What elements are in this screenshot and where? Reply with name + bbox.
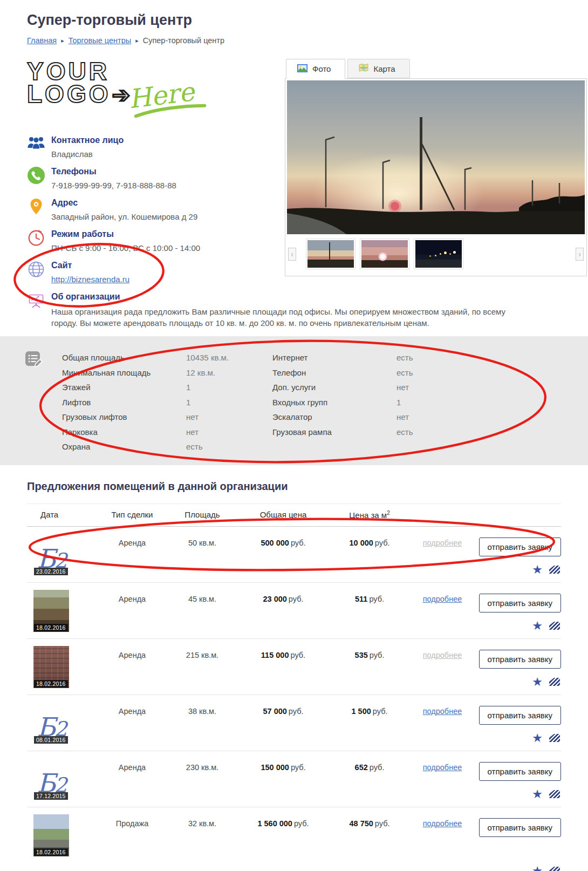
company-logo-thumb[interactable]: Б2 23.02.2016 <box>33 534 69 576</box>
offer-area: 215 кв.м. <box>167 650 237 688</box>
details-link[interactable]: подробнее <box>410 650 475 659</box>
prev-arrow-button[interactable]: ‹ <box>288 248 296 261</box>
offers-table-header: Дата Тип сделки Площадь Общая цена Цена … <box>27 503 561 527</box>
tab-label: Фото <box>312 64 331 73</box>
breadcrumb-link[interactable]: Торговые центры <box>69 36 131 45</box>
pink-sunset-thumb[interactable] <box>360 239 409 269</box>
contact-item: Сайт http://biznesarenda.ru <box>27 260 260 284</box>
page-header: Супер-торговый центр Главная▸Торговые це… <box>0 12 588 329</box>
contact-item-value: Западный район, ул. Кошемирова д 29 <box>51 212 197 221</box>
gallery-box: ‹ › <box>285 78 587 276</box>
offer-total-price: 1 560 000руб. <box>237 818 329 871</box>
offer-date-badge: 18.02.2016 <box>34 624 68 631</box>
spec-row: Входных групп1 <box>272 395 566 410</box>
submit-request-button[interactable]: отправить заявку <box>479 537 561 556</box>
send-message-icon[interactable] <box>549 678 560 686</box>
spec-value: 12 кв.м. <box>186 365 215 380</box>
column-deal-type: Тип сделки <box>97 510 167 520</box>
favorite-star-icon[interactable] <box>532 732 543 744</box>
street-photo-thumb[interactable]: 18.02.2016 <box>33 814 69 856</box>
breadcrumb-link[interactable]: Главная <box>27 36 57 45</box>
offer-actions <box>532 620 560 632</box>
contact-item-title: Контактное лицо <box>51 135 124 145</box>
specs-left-table: Общая площадь10435 кв.м.Минимальная площ… <box>62 350 272 454</box>
offer-total-price: 23 000руб. <box>237 594 329 632</box>
brick-building-photo-thumb[interactable]: 18.02.2016 <box>33 646 69 688</box>
spec-value: нет <box>396 380 409 395</box>
organization-info-column: YOUR LOGO➔ Here Контактное лицо Владисла… <box>27 59 260 291</box>
offer-price-per-m2: 652руб. <box>329 762 410 800</box>
autumn-building-photo-thumb[interactable]: 18.02.2016 <box>33 590 69 632</box>
spec-row: Интернетесть <box>272 350 566 365</box>
contact-item-title: Телефоны <box>51 167 176 176</box>
spec-value: есть <box>186 439 203 454</box>
sunset-pole-thumb[interactable] <box>306 239 355 269</box>
send-message-icon[interactable] <box>549 566 560 574</box>
photo-icon <box>297 64 307 74</box>
spec-value: 10435 кв.м. <box>186 350 229 365</box>
send-message-icon[interactable] <box>549 867 560 871</box>
spec-row: Минимальная площадь12 кв.м. <box>62 365 272 380</box>
details-link[interactable]: подробнее <box>410 818 475 828</box>
send-message-icon[interactable] <box>549 790 560 798</box>
thumbnail-list <box>306 239 576 269</box>
spec-label: Эскалатор <box>272 410 396 425</box>
spec-label: Лифтов <box>62 395 186 410</box>
favorite-star-icon[interactable] <box>532 865 543 871</box>
specs-panel: Общая площадь10435 кв.м.Минимальная площ… <box>0 336 588 465</box>
presentation-icon <box>27 291 46 329</box>
offer-date-badge: 08.01.2016 <box>34 736 68 744</box>
spec-value: 1 <box>186 395 190 410</box>
pink-sunset-thumb-image <box>361 240 408 268</box>
spec-label: Телефон <box>272 365 396 380</box>
company-logo-thumb[interactable]: Б2 17.12.2015 <box>33 758 69 800</box>
offer-price-per-m2: 1 500руб. <box>329 706 410 744</box>
favorite-star-icon[interactable] <box>532 564 543 576</box>
spec-row: Грузовых лифтовнет <box>62 410 272 425</box>
spec-row: Общая площадь10435 кв.м. <box>62 350 272 365</box>
offer-actions <box>532 788 560 800</box>
thumbnail-strip: ‹ › <box>287 234 585 274</box>
tab-map[interactable]: Карта <box>347 59 409 78</box>
offer-deal-type: Аренда <box>97 537 167 576</box>
main-photo[interactable] <box>287 80 585 234</box>
send-message-icon[interactable] <box>549 734 560 742</box>
spec-value: нет <box>186 425 199 440</box>
clock-icon <box>27 229 46 253</box>
details-link[interactable]: подробнее <box>410 762 475 772</box>
company-logo-thumb[interactable]: Б2 08.01.2016 <box>33 702 69 744</box>
details-link[interactable]: подробнее <box>410 706 475 716</box>
offer-actions <box>532 732 560 744</box>
details-link[interactable]: подробнее <box>410 594 475 603</box>
details-link[interactable]: подробнее <box>410 537 475 547</box>
favorite-star-icon[interactable] <box>532 620 543 632</box>
favorite-star-icon[interactable] <box>532 788 543 800</box>
spec-label: Парковка <box>62 425 186 440</box>
spec-value: нет <box>396 410 409 425</box>
contact-item-title: Режим работы <box>51 229 200 239</box>
submit-request-button[interactable]: отправить заявку <box>479 818 561 837</box>
offer-total-price: 115 000руб. <box>237 650 329 688</box>
spec-label: Грузовых лифтов <box>62 410 186 425</box>
offer-price-per-m2: 10 000руб. <box>329 537 410 576</box>
night-road-thumb[interactable] <box>414 239 463 269</box>
about-text: Наша организация рада предложить Вам раз… <box>51 306 526 329</box>
tab-photo[interactable]: Фото <box>286 59 345 79</box>
offer-area: 45 кв.м. <box>167 594 237 632</box>
website-link[interactable]: http://biznesarenda.ru <box>51 275 129 284</box>
submit-request-button[interactable]: отправить заявку <box>479 762 561 781</box>
submit-request-button[interactable]: отправить заявку <box>479 706 561 725</box>
favorite-star-icon[interactable] <box>532 676 543 688</box>
offer-actions <box>532 676 560 688</box>
spec-value: 1 <box>396 395 401 410</box>
offer-price-per-m2: 511руб. <box>329 594 410 632</box>
submit-request-button[interactable]: отправить заявку <box>479 594 561 613</box>
about-section: Об организации Наша организация рада пре… <box>27 291 561 329</box>
offer-deal-type: Аренда <box>97 762 167 800</box>
send-message-icon[interactable] <box>549 622 560 630</box>
offers-table-body: Б2 23.02.2016 Аренда 50 кв.м. 500 000руб… <box>27 527 561 871</box>
submit-request-button[interactable]: отправить заявку <box>479 650 561 669</box>
next-arrow-button[interactable]: › <box>576 248 584 261</box>
offer-total-price: 150 000руб. <box>237 762 329 800</box>
offer-deal-type: Продажа <box>97 818 167 871</box>
